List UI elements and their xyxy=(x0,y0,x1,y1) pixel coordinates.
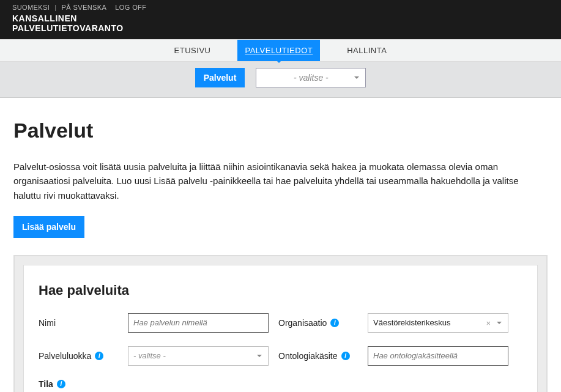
onto-label: Ontologiakäsite i xyxy=(278,351,358,361)
name-input[interactable] xyxy=(128,313,269,333)
chevron-down-icon xyxy=(497,322,502,327)
search-panel-outer: Hae palveluita Nimi Organisaatio i Väest… xyxy=(13,255,548,392)
chevron-down-icon xyxy=(354,76,359,81)
class-select[interactable]: - valitse - xyxy=(128,346,269,366)
org-label: Organisaatio i xyxy=(278,318,358,328)
tila-label: Tila i xyxy=(39,379,522,389)
logoff-link[interactable]: LOG OFF xyxy=(115,4,146,11)
info-icon[interactable]: i xyxy=(95,352,103,360)
page-content: Palvelut Palvelut-osiossa voit lisätä uu… xyxy=(0,98,561,392)
info-icon[interactable]: i xyxy=(341,352,350,360)
search-heading: Hae palveluita xyxy=(39,283,522,298)
chevron-down-icon xyxy=(257,355,262,360)
info-icon[interactable]: i xyxy=(330,319,339,327)
subnav-palvelut-button[interactable]: Palvelut xyxy=(195,68,245,87)
name-label: Nimi xyxy=(39,318,118,328)
org-select[interactable]: Väestörekisterikeskus × xyxy=(368,313,508,333)
nav-item-hallinta[interactable]: HALLINTA xyxy=(340,40,394,61)
onto-input[interactable] xyxy=(368,346,508,366)
search-panel: Hae palveluita Nimi Organisaatio i Väest… xyxy=(23,265,538,392)
top-bar: SUOMEKSI PÅ SVENSKA LOG OFF KANSALLINEN … xyxy=(0,0,561,39)
nav-item-etusivu[interactable]: ETUSIVU xyxy=(167,40,218,61)
class-select-placeholder: - valitse - xyxy=(133,351,166,360)
lang-sv-link[interactable]: PÅ SVENSKA xyxy=(62,4,107,11)
clear-icon[interactable]: × xyxy=(486,318,491,327)
page-title: Palvelut xyxy=(13,119,548,142)
page-lead: Palvelut-osiossa voit lisätä uusia palve… xyxy=(13,160,546,202)
nav-item-palvelutiedot[interactable]: PALVELUTIEDOT xyxy=(237,40,320,61)
sub-nav: Palvelut - valitse - xyxy=(0,62,561,98)
subnav-select-placeholder: - valitse - xyxy=(294,73,329,83)
main-nav: ETUSIVU PALVELUTIEDOT HALLINTA xyxy=(0,39,561,62)
brand-logo[interactable]: KANSALLINEN PALVELUTIETOVARANTO xyxy=(12,13,549,33)
info-icon[interactable]: i xyxy=(57,380,65,388)
lang-fi-link[interactable]: SUOMEKSI xyxy=(12,4,50,11)
add-service-button[interactable]: Lisää palvelu xyxy=(13,216,84,238)
brand-line-2: PALVELUTIETOVARANTO xyxy=(12,23,549,33)
tila-section: Tila i Julkaistu Luonnos xyxy=(39,379,522,392)
org-select-value: Väestörekisterikeskus xyxy=(373,318,450,327)
class-label: Palveluluokka i xyxy=(39,351,118,361)
lang-separator xyxy=(52,4,59,11)
brand-line-1: KANSALLINEN xyxy=(12,13,549,23)
subnav-select[interactable]: - valitse - xyxy=(256,68,366,87)
